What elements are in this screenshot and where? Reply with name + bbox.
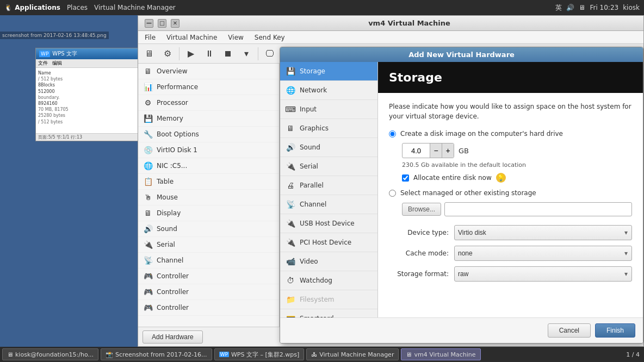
hw-boot[interactable]: 🔧 Boot Options	[138, 127, 279, 142]
list-item-parallel[interactable]: 🖨 Parallel	[280, 176, 377, 195]
list-item-video[interactable]: 📹 Video	[280, 252, 377, 271]
list-item-watchdog[interactable]: ⏱ Watchdog	[280, 271, 377, 290]
toolbar-overview-button[interactable]: 🖥	[140, 46, 158, 61]
disk-size-increase[interactable]: +	[442, 143, 454, 158]
browse-button[interactable]: Browse...	[402, 203, 441, 216]
disk-size-decrease[interactable]: −	[430, 143, 442, 158]
vm-menubar: File Virtual Machine View Send Key	[138, 31, 643, 44]
cache-mode-select-wrapper: none writethrough writeback directsync u…	[454, 246, 632, 261]
screenshot-filename: screenshot from 2017-02-16 13:48:45.png	[0, 32, 109, 39]
hw-channel[interactable]: 📡 Channel	[138, 253, 279, 269]
clock: Fri 10:23	[590, 4, 618, 11]
hw-ctrl3[interactable]: 🎮 Controller	[138, 300, 279, 316]
storage-format-select-wrapper: raw qcow2 vmdk vdi	[454, 266, 632, 282]
hw-ctrl1[interactable]: 🎮 Controller	[138, 269, 279, 284]
list-item-network[interactable]: 🌐 Network	[280, 81, 377, 100]
device-type-select[interactable]: Virtio disk IDE disk SCSI disk USB disk …	[454, 225, 632, 240]
hw-table[interactable]: 📋 Table	[138, 174, 279, 190]
hw-memory[interactable]: 💾 Memory	[138, 111, 279, 127]
maximize-button[interactable]: □	[158, 19, 166, 28]
taskbar-vm-manager[interactable]: 🖧 Virtual Machine Manager	[306, 348, 399, 360]
menu-virtual-machine[interactable]: Virtual Machine	[162, 33, 221, 42]
hw-overview[interactable]: 🖥 Overview	[138, 64, 279, 79]
hw-nic[interactable]: 🌐 NIC :C5...	[138, 158, 279, 174]
taskbar-vm4[interactable]: 🖥 vm4 Virtual Machine	[401, 348, 480, 360]
dialog-finish-button[interactable]: Finish	[595, 323, 635, 338]
apps-menu[interactable]: 🐧 Applications	[4, 4, 60, 11]
pci-host-list-label: PCI Host Device	[300, 239, 351, 246]
allocate-disk-checkbox[interactable]	[402, 174, 409, 182]
list-item-serial[interactable]: 🔌 Serial	[280, 157, 377, 176]
hardware-type-list: 💾 Storage 🌐 Network ⌨ Input 🖥 Graphics	[280, 62, 378, 317]
table-label: Table	[157, 178, 174, 185]
create-disk-radio[interactable]	[389, 130, 396, 138]
toolbar-run-button[interactable]: ▶	[182, 46, 200, 61]
minimize-button[interactable]: —	[145, 19, 153, 28]
list-item-channel[interactable]: 📡 Channel	[280, 195, 377, 214]
dialog-overlay: Add New Virtual Hardware 💾 Storage 🌐 Net…	[280, 64, 643, 327]
ctrl3-label: Controller	[157, 304, 189, 311]
list-item-sound[interactable]: 🔊 Sound	[280, 138, 377, 157]
performance-icon: 📊	[143, 82, 153, 92]
list-item-storage[interactable]: 💾 Storage	[280, 62, 377, 81]
toolbar-detail-button[interactable]: ⚙	[159, 46, 176, 61]
toolbar-more-button[interactable]: ▾	[238, 46, 255, 61]
hint-icon[interactable]: 💡	[496, 173, 506, 183]
storage-format-row: Storage format: raw qcow2 vmdk vdi	[389, 266, 632, 282]
wps-title: WPS 文字	[52, 50, 77, 58]
cache-mode-select[interactable]: none writethrough writeback directsync u…	[454, 246, 632, 261]
taskbar-screenshot[interactable]: 📸 Screenshot from 2017-02-16...	[101, 348, 212, 360]
hw-display[interactable]: 🖥 Display	[138, 205, 279, 221]
hw-ctrl2[interactable]: 🎮 Controller	[138, 284, 279, 300]
hw-virtio[interactable]: 💿 VirtIO Disk 1	[138, 142, 279, 158]
select-storage-option[interactable]: Select managed or other existing storage	[389, 189, 632, 197]
add-hardware-dialog: Add New Virtual Hardware 💾 Storage 🌐 Net…	[280, 47, 643, 344]
vm-window: — □ ✕ vm4 Virtual Machine File Virtual M…	[138, 15, 644, 347]
list-item-pci-host[interactable]: 🔌 PCI Host Device	[280, 233, 377, 252]
hw-mouse[interactable]: 🖱 Mouse	[138, 190, 279, 205]
menu-file[interactable]: File	[140, 33, 160, 42]
hw-serial[interactable]: 🔌 Serial	[138, 237, 279, 253]
virtio-label: VirtIO Disk 1	[157, 146, 197, 154]
close-button[interactable]: ✕	[171, 19, 179, 28]
taskbar-terminal[interactable]: 🖥 kiosk@foundation15:/ho...	[2, 348, 98, 360]
menu-send-key[interactable]: Send Key	[250, 33, 289, 42]
input-list-icon: ⌨	[284, 103, 296, 115]
taskbar-wps[interactable]: WP WPS 文字 – [集群2.wps]	[214, 348, 305, 360]
create-disk-label: Create a disk image on the computer's ha…	[400, 130, 563, 138]
channel-list-icon: 📡	[284, 198, 296, 210]
list-item-input[interactable]: ⌨ Input	[280, 100, 377, 119]
processor-icon: ⚙	[143, 97, 153, 108]
disk-size-input[interactable]	[403, 145, 430, 157]
select-storage-radio[interactable]	[389, 190, 396, 197]
memory-icon: 💾	[143, 113, 153, 124]
toolbar-pause-button[interactable]: ⏸	[201, 46, 218, 61]
wps-file-menu[interactable]: 文件	[38, 60, 48, 67]
ctrl3-icon: 🎮	[143, 302, 153, 313]
content-title: Storage	[389, 71, 442, 84]
create-disk-option[interactable]: Create a disk image on the computer's ha…	[389, 130, 632, 138]
overview-label: Overview	[157, 67, 188, 75]
hw-processor[interactable]: ⚙ Processor	[138, 95, 279, 111]
vm-manager-menu[interactable]: Virtual Machine Manager	[94, 4, 176, 11]
dialog-cancel-button[interactable]: Cancel	[548, 323, 591, 338]
storage-path-input[interactable]	[444, 202, 632, 216]
toolbar-stop-button[interactable]: ⏹	[219, 46, 237, 61]
network-icon[interactable]: 🖥	[579, 4, 585, 11]
mouse-label: Mouse	[157, 194, 178, 201]
wps-edit-menu[interactable]: 编辑	[52, 60, 62, 67]
input-list-label: Input	[300, 105, 317, 113]
storage-format-select[interactable]: raw qcow2 vmdk vdi	[454, 266, 632, 282]
list-item-smartcard[interactable]: 💳 Smartcard	[280, 309, 377, 317]
list-item-graphics[interactable]: 🖥 Graphics	[280, 119, 377, 138]
channel-list-label: Channel	[300, 201, 326, 208]
hw-performance[interactable]: 📊 Performance	[138, 79, 279, 95]
menu-view[interactable]: View	[224, 33, 247, 42]
places-menu[interactable]: Places	[67, 4, 88, 11]
toolbar-console-button[interactable]: 🖵	[261, 46, 278, 61]
volume-icon[interactable]: 🔊	[566, 4, 574, 11]
list-item-usb-host[interactable]: 🔌 USB Host Device	[280, 214, 377, 233]
add-hardware-button[interactable]: Add Hardware	[143, 330, 203, 344]
hw-sound[interactable]: 🔊 Sound	[138, 221, 279, 237]
performance-label: Performance	[157, 83, 198, 91]
